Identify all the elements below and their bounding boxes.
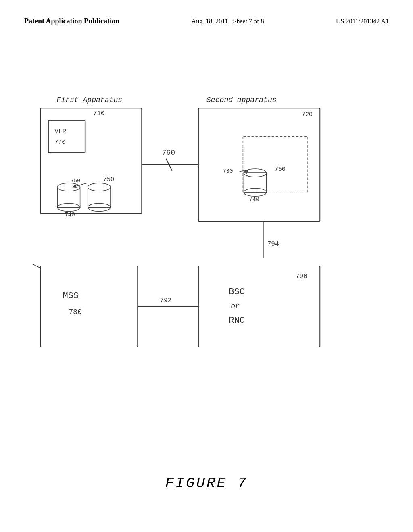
page-header: Patent Application Publication Aug. 18, … [0, 0, 413, 27]
svg-rect-0 [40, 108, 142, 213]
rnc-label: RNC [229, 316, 245, 326]
second-apparatus-title: Second apparatus [206, 96, 277, 104]
first-apparatus-number: 710 [93, 110, 105, 117]
svg-line-18 [32, 264, 40, 268]
first-apparatus-title: First Apparatus [56, 96, 122, 104]
connection-794-label: 794 [267, 241, 279, 248]
second-apparatus-number: 720 [302, 111, 313, 118]
svg-rect-17 [40, 266, 138, 347]
mss-number: 780 [69, 308, 82, 316]
vlr-label: VLR [54, 128, 66, 135]
mss-label: MSS [63, 291, 79, 301]
bsc-number: 790 [296, 273, 307, 280]
diagram-area: First Apparatus 710 VLR 770 750 750 740 … [24, 81, 389, 451]
connection-760-label: 760 [162, 149, 175, 157]
date-sheet-info: Aug. 18, 2011 Sheet 7 of 8 [192, 16, 264, 27]
svg-rect-11 [198, 108, 320, 221]
fa-db-750-number: 750 [71, 178, 81, 184]
sa-740-label: 740 [249, 196, 259, 203]
svg-rect-12 [243, 137, 308, 193]
sa-730-label: 730 [223, 168, 233, 175]
figure-caption: FIGURE 7 [165, 475, 248, 492]
publication-label: Patent Application Publication [24, 16, 119, 26]
bsc-or-label: or [231, 302, 240, 310]
vlr-number: 770 [54, 139, 65, 146]
sa-750-label: 750 [275, 166, 286, 173]
fa-db-750-label: 750 [103, 176, 114, 183]
connection-792-label: 792 [160, 297, 171, 304]
svg-rect-1 [48, 120, 85, 152]
fa-db-740-label: 740 [65, 212, 75, 218]
bsc-label: BSC [229, 287, 245, 297]
patent-number: US 2011/201342 A1 [336, 16, 389, 27]
diagram-svg: First Apparatus 710 VLR 770 750 750 740 … [24, 81, 389, 451]
